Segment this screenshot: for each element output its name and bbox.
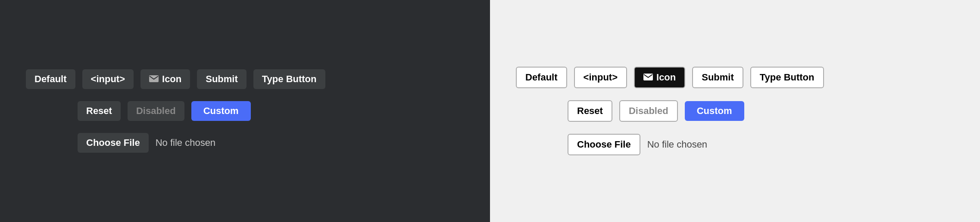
envelope-icon-light xyxy=(643,72,653,83)
dark-icon-button[interactable]: Icon xyxy=(140,69,190,89)
light-row-3: Choose File No file chosen xyxy=(516,134,707,155)
dark-disabled-button: Disabled xyxy=(128,101,184,121)
envelope-icon xyxy=(149,74,159,85)
dark-icon-button-label: Icon xyxy=(162,74,181,85)
light-panel: Default <input> Icon Submit Type Button … xyxy=(490,0,980,222)
light-row-1: Default <input> Icon Submit Type Button xyxy=(516,67,824,88)
dark-row-2: Reset Disabled Custom xyxy=(26,101,251,121)
dark-default-button[interactable]: Default xyxy=(26,69,75,89)
light-row-2: Reset Disabled Custom xyxy=(516,100,744,122)
dark-row-3: Choose File No file chosen xyxy=(26,133,215,153)
light-type-button[interactable]: Type Button xyxy=(750,67,824,88)
dark-type-button[interactable]: Type Button xyxy=(253,69,325,89)
light-disabled-button: Disabled xyxy=(619,100,678,122)
light-no-file-label: No file chosen xyxy=(647,139,707,150)
light-input-button[interactable]: <input> xyxy=(574,67,627,88)
dark-submit-button[interactable]: Submit xyxy=(197,69,247,89)
dark-input-button[interactable]: <input> xyxy=(82,69,134,89)
light-choose-file-button[interactable]: Choose File xyxy=(568,134,640,155)
light-reset-button[interactable]: Reset xyxy=(568,100,612,122)
dark-panel: Default <input> Icon Submit Type Button … xyxy=(0,0,490,222)
dark-custom-button[interactable]: Custom xyxy=(191,101,251,121)
light-default-button[interactable]: Default xyxy=(516,67,567,88)
dark-reset-button[interactable]: Reset xyxy=(78,101,121,121)
dark-choose-file-button[interactable]: Choose File xyxy=(78,133,149,153)
light-submit-button[interactable]: Submit xyxy=(692,67,743,88)
dark-row-1: Default <input> Icon Submit Type Button xyxy=(26,69,325,89)
light-icon-button-label: Icon xyxy=(656,72,676,83)
dark-no-file-label: No file chosen xyxy=(156,137,215,148)
light-icon-button[interactable]: Icon xyxy=(634,67,685,88)
light-custom-button[interactable]: Custom xyxy=(685,101,744,121)
